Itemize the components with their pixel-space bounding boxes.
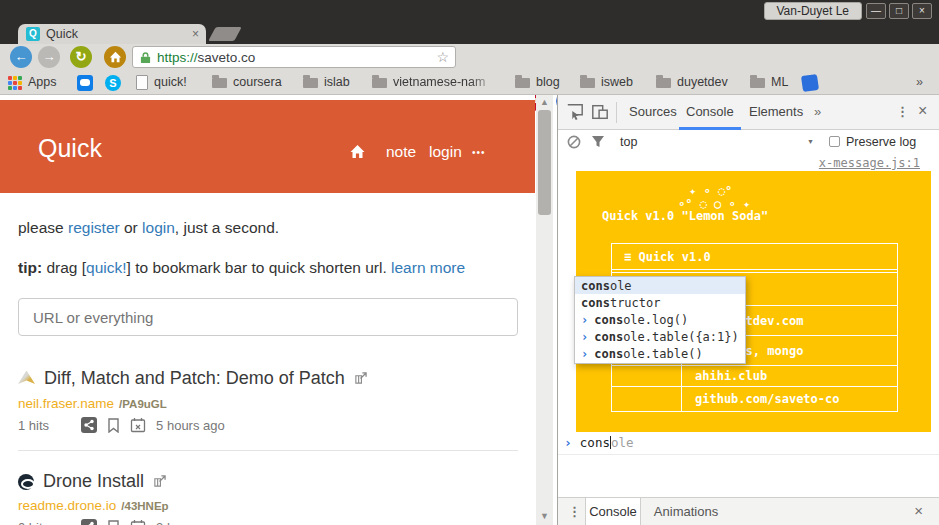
bookmark-folder-coursera[interactable]: coursera <box>233 75 282 89</box>
nav-note-link[interactable]: note <box>386 143 416 161</box>
item-slug[interactable]: /PA9uGL <box>119 398 167 410</box>
forward-icon: → <box>43 49 56 64</box>
login-link[interactable]: login <box>142 219 175 236</box>
drone-favicon <box>18 474 34 490</box>
back-button[interactable]: ← <box>10 46 32 68</box>
inspect-element-icon[interactable] <box>566 103 584 121</box>
maximize-button[interactable]: □ <box>889 3 909 19</box>
devtools-drawer: ⋮ Console Animations × <box>558 497 939 525</box>
pin-bookmark-icon[interactable] <box>107 520 120 525</box>
page-scrollbar-thumb[interactable] <box>538 110 551 215</box>
quick-bookmarklet-icon[interactable] <box>136 75 148 90</box>
list-item-title[interactable]: Diff, Match and Patch: Demo of Patch <box>18 368 367 389</box>
item-domain-row[interactable]: neil.fraser.name/PA9uGL <box>18 396 167 411</box>
preserve-log-checkbox[interactable] <box>829 136 840 147</box>
autocomplete-item[interactable]: ›console.table({a:1}) <box>575 329 745 346</box>
console-prompt[interactable]: › cons ole <box>564 435 634 450</box>
forward-button[interactable]: → <box>38 46 60 68</box>
execution-context-selector[interactable]: top <box>620 135 637 149</box>
share-icon[interactable] <box>81 519 97 525</box>
scrollbar-up-icon[interactable]: ▲ <box>540 98 549 106</box>
folder-icon[interactable] <box>656 78 671 88</box>
clear-console-icon[interactable] <box>567 135 581 149</box>
devtools-tab-sources[interactable]: Sources <box>629 104 677 119</box>
filter-icon[interactable] <box>591 135 605 148</box>
site-brand[interactable]: Quick <box>38 134 102 163</box>
minimize-button[interactable]: — <box>866 3 886 19</box>
bookmark-folder-islab[interactable]: islab <box>324 75 350 89</box>
site-home-icon[interactable] <box>349 144 366 159</box>
browser-tab-quick[interactable]: Q Quick × <box>18 24 206 44</box>
item-domain[interactable]: readme.drone.io <box>18 498 116 513</box>
new-tab-button[interactable] <box>208 27 241 41</box>
reload-button[interactable]: ↻ <box>70 46 92 68</box>
prompt-ghost-text: ole <box>611 435 634 450</box>
autocomplete-item[interactable]: console <box>575 277 745 294</box>
learn-more-link[interactable]: learn more <box>391 259 465 276</box>
item-domain[interactable]: neil.fraser.name <box>18 396 114 411</box>
more-tabs-icon[interactable]: » <box>814 104 821 119</box>
url-shorten-input[interactable] <box>18 298 518 336</box>
tip-t1: drag [ <box>42 259 86 276</box>
item-slug[interactable]: /43HNEp <box>121 500 168 512</box>
list-item-title[interactable]: Drone Install <box>18 471 166 492</box>
context-dropdown-icon[interactable]: ▼ <box>807 138 814 145</box>
nav-more-icon[interactable]: ••• <box>472 147 486 158</box>
item-domain-row[interactable]: readme.drone.io/43HNEp <box>18 498 169 513</box>
register-link[interactable]: register <box>68 219 120 236</box>
bookmark-folder-ml[interactable]: ML <box>771 75 788 89</box>
console-source-link[interactable]: x-message.js:1 <box>819 156 920 170</box>
nav-login-link[interactable]: login <box>429 143 462 161</box>
item-title-text[interactable]: Drone Install <box>43 471 144 492</box>
autocomplete-item[interactable]: ›console.table() <box>575 346 745 363</box>
address-bar[interactable]: https://saveto.co ☆ <box>132 46 456 68</box>
tab-close-icon[interactable]: × <box>192 27 199 41</box>
folder-icon[interactable] <box>580 78 595 88</box>
home-button[interactable] <box>104 46 126 68</box>
url-host: saveto.co <box>198 50 256 65</box>
devtools-tab-elements[interactable]: Elements <box>749 104 803 119</box>
eval-chevron-icon: › <box>581 313 588 327</box>
folder-icon[interactable] <box>750 78 765 88</box>
autocomplete-item[interactable]: constructor <box>575 294 745 311</box>
eval-chevron-icon: › <box>581 347 588 361</box>
quick-bookmarklet-link[interactable]: quick! <box>86 259 127 276</box>
drawer-close-icon[interactable]: × <box>914 502 923 519</box>
profile-button[interactable]: Van-Duyet Le <box>764 2 863 20</box>
preserve-log-label[interactable]: Preserve log <box>846 135 916 149</box>
external-link-icon[interactable] <box>153 475 166 488</box>
drawer-tab-animations[interactable]: Animations <box>650 498 722 525</box>
drawer-tab-console[interactable]: Console <box>585 498 641 525</box>
bookmark-star-icon[interactable]: ☆ <box>436 49 449 65</box>
folder-icon[interactable] <box>212 78 227 88</box>
prompt-typed-text: cons <box>580 435 610 450</box>
device-toolbar-icon[interactable] <box>591 103 609 121</box>
bookmark-folder-blog[interactable]: blog <box>536 75 560 89</box>
bookmark-folder-isweb[interactable]: isweb <box>601 75 633 89</box>
bookmarks-overflow-icon[interactable]: » <box>916 75 923 89</box>
check-app-icon[interactable] <box>801 74 819 92</box>
bookmark-quick[interactable]: quick! <box>154 75 187 89</box>
devtools-close-icon[interactable]: × <box>918 102 927 120</box>
autocomplete-item[interactable]: ›console.log() <box>575 311 745 328</box>
skype-icon[interactable]: S <box>105 75 121 91</box>
bookmark-folder-duyetdev[interactable]: duyetdev <box>677 75 728 89</box>
zalo-icon[interactable] <box>77 75 93 91</box>
close-button[interactable]: × <box>912 3 932 19</box>
external-link-icon[interactable] <box>354 372 367 385</box>
folder-icon[interactable] <box>515 78 530 88</box>
apps-grid-icon[interactable] <box>8 76 22 90</box>
devtools-tab-console[interactable]: Console <box>686 104 734 119</box>
active-tab-underline <box>679 127 741 130</box>
bookmark-folder-vietnamese-name[interactable]: vietnamese-nam <box>393 75 496 89</box>
folder-icon[interactable] <box>372 78 387 88</box>
scrollbar-down-icon[interactable]: ▼ <box>540 512 549 520</box>
bookmark-apps-label[interactable]: Apps <box>28 75 57 89</box>
share-icon[interactable] <box>81 417 97 433</box>
folder-icon[interactable] <box>303 78 318 88</box>
drawer-kebab-icon[interactable]: ⋮ <box>568 504 581 519</box>
autocomplete-match: cons <box>594 330 623 344</box>
item-title-text[interactable]: Diff, Match and Patch: Demo of Patch <box>44 368 345 389</box>
pin-bookmark-icon[interactable] <box>107 418 120 433</box>
devtools-kebab-icon[interactable]: ⋮ <box>896 104 909 119</box>
